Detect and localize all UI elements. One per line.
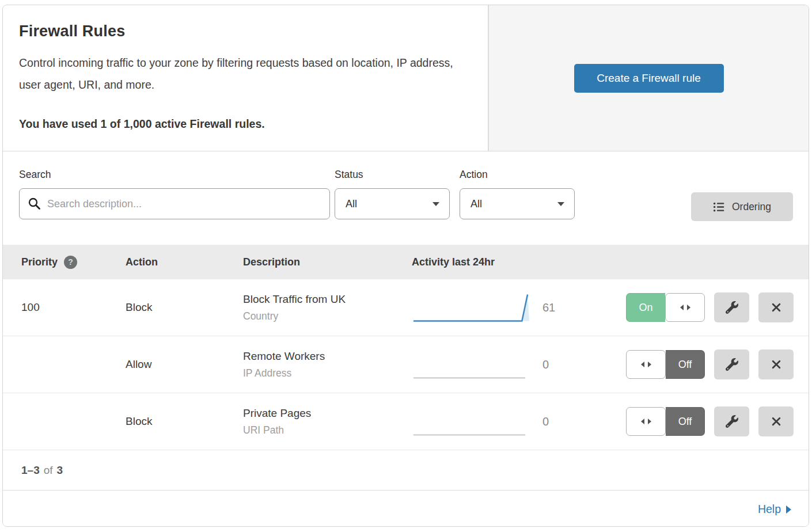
action-filter-group: Action All	[460, 169, 575, 219]
create-firewall-rule-button[interactable]: Create a Firewall rule	[574, 64, 724, 93]
activity-sparkline	[412, 291, 530, 324]
delete-rule-button[interactable]	[758, 349, 794, 379]
column-activity: Activity last 24hr	[412, 256, 574, 268]
status-select[interactable]: All	[335, 188, 450, 219]
header-text-block: Firewall Rules Control incoming traffic …	[3, 5, 488, 151]
rule-description: Private Pages	[243, 407, 412, 420]
action-select[interactable]: All	[460, 188, 575, 219]
priority-header-label: Priority	[21, 256, 58, 268]
wrench-icon	[726, 301, 738, 314]
triangle-right-icon	[648, 419, 651, 424]
activity-cell: 0	[412, 405, 574, 438]
toggle-handle[interactable]	[626, 350, 666, 379]
delete-rule-button[interactable]	[758, 406, 794, 436]
rule-controls: Off	[574, 349, 809, 379]
rule-match-type: IP Address	[243, 367, 412, 379]
chevron-down-icon	[432, 202, 439, 206]
activity-sparkline	[412, 348, 530, 381]
rule-description-cell: Private Pages URI Path	[243, 407, 412, 436]
rule-action: Block	[126, 301, 243, 314]
column-action: Action	[126, 256, 243, 268]
rule-controls: On	[574, 292, 809, 322]
activity-cell: 0	[412, 348, 574, 381]
chevron-down-icon	[557, 202, 564, 206]
table-row: Allow Remote Workers IP Address 0 Off	[3, 336, 809, 393]
search-icon	[28, 197, 41, 211]
toggle-state-label: Off	[666, 407, 705, 436]
rule-enabled-toggle[interactable]: On	[626, 293, 705, 322]
header-section: Firewall Rules Control incoming traffic …	[3, 5, 809, 151]
rule-action: Block	[126, 415, 243, 428]
activity-sparkline	[412, 405, 530, 438]
rule-description-cell: Block Traffic from UK Country	[243, 293, 412, 322]
toggle-state-label: On	[626, 293, 665, 322]
rule-description: Block Traffic from UK	[243, 293, 412, 306]
triangle-right-icon	[687, 305, 690, 310]
priority-help-icon[interactable]: ?	[64, 256, 77, 269]
arrow-right-icon	[786, 506, 791, 514]
table-row: 100 Block Block Traffic from UK Country …	[3, 279, 809, 336]
ordering-button[interactable]: Ordering	[691, 192, 793, 221]
rule-match-type: URI Path	[243, 424, 412, 436]
pagination-total: 3	[57, 464, 63, 477]
rule-match-type: Country	[243, 310, 412, 322]
status-label: Status	[335, 169, 450, 181]
triangle-right-icon	[648, 362, 651, 367]
triangle-left-icon	[680, 305, 684, 310]
rule-description: Remote Workers	[243, 350, 412, 363]
action-selected-value: All	[470, 198, 482, 210]
delete-rule-button[interactable]	[758, 292, 794, 322]
activity-count: 0	[542, 415, 549, 428]
toggle-handle[interactable]	[665, 293, 705, 322]
status-selected-value: All	[346, 198, 357, 210]
rule-description-cell: Remote Workers IP Address	[243, 350, 412, 379]
activity-cell: 61	[412, 291, 574, 324]
column-priority: Priority ?	[21, 256, 126, 269]
activity-count: 0	[542, 358, 549, 371]
table-header-row: Priority ? Action Description Activity l…	[3, 245, 809, 279]
rule-priority: 100	[21, 301, 126, 314]
action-label: Action	[460, 169, 575, 181]
search-group: Search	[19, 169, 330, 219]
triangle-left-icon	[641, 362, 644, 367]
filter-bar: Search Status All Action All	[3, 151, 809, 245]
usage-note: You have used 1 of 1,000 active Firewall…	[19, 117, 467, 131]
edit-rule-button[interactable]	[714, 406, 749, 436]
close-icon	[771, 359, 782, 370]
page-title: Firewall Rules	[19, 22, 467, 40]
ordered-list-icon	[713, 201, 725, 213]
edit-rule-button[interactable]	[714, 349, 749, 379]
table-row: Block Private Pages URI Path 0 Off	[3, 393, 809, 450]
ordering-button-label: Ordering	[732, 201, 771, 213]
firewall-rules-panel: Firewall Rules Control incoming traffic …	[2, 5, 809, 527]
search-label: Search	[19, 169, 330, 181]
header-action-panel: Create a Firewall rule	[488, 5, 809, 151]
search-field-wrap	[19, 188, 330, 219]
toggle-state-label: Off	[666, 350, 705, 379]
help-link[interactable]: Help	[758, 503, 791, 516]
rule-enabled-toggle[interactable]: Off	[626, 407, 705, 436]
toggle-handle[interactable]	[626, 407, 666, 436]
rule-controls: Off	[574, 406, 809, 436]
page-description: Control incoming traffic to your zone by…	[19, 52, 462, 96]
triangle-left-icon	[641, 419, 644, 424]
help-label: Help	[758, 503, 781, 516]
pagination-range: 1–3	[21, 464, 40, 477]
pagination-of: of	[44, 464, 53, 477]
edit-rule-button[interactable]	[714, 292, 749, 322]
close-icon	[771, 302, 782, 313]
activity-count: 61	[542, 301, 555, 314]
search-input[interactable]	[19, 188, 330, 219]
help-footer: Help	[3, 490, 809, 527]
rule-enabled-toggle[interactable]: Off	[626, 350, 705, 379]
rule-action: Allow	[126, 358, 243, 371]
column-description: Description	[243, 256, 412, 268]
pagination-bar: 1–3 of 3	[3, 450, 809, 490]
wrench-icon	[726, 358, 738, 371]
status-filter-group: Status All	[335, 169, 450, 219]
close-icon	[771, 416, 782, 427]
wrench-icon	[726, 415, 738, 428]
